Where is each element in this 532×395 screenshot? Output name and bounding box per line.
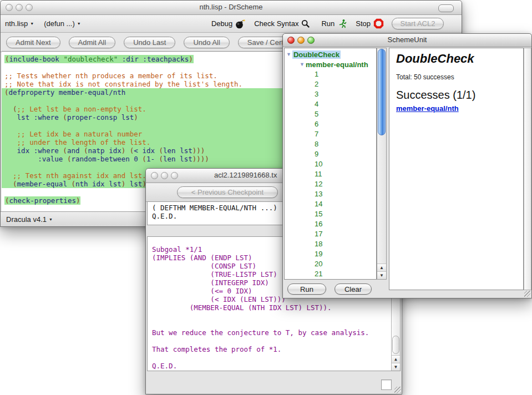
start-acl2-button[interactable]: Start ACL2 bbox=[392, 18, 444, 29]
disclosure-triangle-icon[interactable]: ▼ bbox=[286, 52, 291, 57]
scrollbar-thumb[interactable] bbox=[378, 49, 386, 135]
check-syntax-button[interactable]: Check Syntax bbox=[254, 19, 310, 28]
tree-case-item[interactable]: 4 bbox=[285, 99, 376, 109]
tree-case-item[interactable]: 8 bbox=[285, 139, 376, 149]
tree-case-item[interactable]: 9 bbox=[285, 149, 376, 159]
code-line bbox=[2, 121, 291, 130]
tree-item-member-equal-nth[interactable]: ▼ member-equal/nth bbox=[285, 59, 376, 69]
window-title: SchemeUnit bbox=[283, 36, 531, 44]
tree-case-item[interactable]: 19 bbox=[285, 249, 376, 259]
code-line: :value (random-between 0 (1- (len lst)))… bbox=[2, 155, 291, 163]
successes-heading: Successes (1/1) bbox=[396, 89, 523, 102]
desktop: { "drscheme_window": { "title": "nth.lis… bbox=[0, 0, 532, 395]
code-line: (defproperty member-equal/nth bbox=[2, 88, 291, 97]
close-button[interactable] bbox=[151, 172, 158, 179]
toolbar-actions: Debug Check Syntax bbox=[211, 18, 444, 29]
disclosure-triangle-icon[interactable]: ▼ bbox=[300, 62, 305, 67]
result-detail-panel: DoubleCheck Total: 50 successes Successe… bbox=[389, 48, 524, 290]
bomb-icon bbox=[235, 19, 245, 29]
proof-line bbox=[152, 353, 400, 362]
member-equal-nth-link[interactable]: member-equal/nth bbox=[396, 104, 459, 113]
language-dropdown[interactable]: Dracula v4.1 ▼ bbox=[6, 215, 53, 224]
magnifier-icon bbox=[301, 19, 310, 28]
run-button[interactable]: Run bbox=[321, 19, 347, 28]
tree-case-item[interactable]: 18 bbox=[285, 239, 376, 249]
proof-line bbox=[152, 337, 400, 345]
detail-heading: DoubleCheck bbox=[396, 52, 523, 66]
scrollbar-arrows: ▲ ▼ bbox=[392, 355, 400, 371]
tree-item-doublecheck[interactable]: ▼ DoubleCheck bbox=[285, 49, 376, 59]
tree-case-item[interactable]: 14 bbox=[285, 199, 376, 209]
tree-case-item[interactable]: 2 bbox=[285, 79, 376, 89]
defun-dropdown[interactable]: (defun ...) ▼ bbox=[44, 19, 81, 28]
acl2-bottom-bar bbox=[146, 370, 402, 394]
chevron-down-icon: ▼ bbox=[49, 217, 53, 221]
chevron-down-icon: ▼ bbox=[77, 22, 81, 26]
code-line bbox=[2, 97, 291, 105]
proof-line bbox=[152, 320, 400, 328]
tree-case-item[interactable]: 6 bbox=[285, 119, 376, 129]
scroll-down-arrow[interactable]: ▼ bbox=[392, 363, 400, 371]
tree-case-item[interactable]: 21 bbox=[285, 269, 376, 279]
schemeunit-buttons: Run Clear bbox=[283, 279, 388, 299]
drscheme-titlebar[interactable]: nth.lisp - DrScheme bbox=[1, 1, 462, 15]
previous-checkpoint-button[interactable]: < Previous Checkpoint bbox=[177, 186, 278, 198]
toolbar-collapse-widget[interactable] bbox=[438, 4, 454, 12]
tree-case-item[interactable]: 7 bbox=[285, 129, 376, 139]
code-line: lst :where (proper-consp lst) bbox=[2, 113, 291, 121]
file-dropdown[interactable]: nth.lisp ▼ bbox=[5, 19, 34, 28]
minimize-button[interactable] bbox=[161, 172, 168, 179]
window-title: nth.lisp - DrScheme bbox=[1, 3, 462, 11]
stop-octagon-icon bbox=[373, 18, 384, 29]
admit-toolbar-button[interactable]: Admit Next bbox=[6, 37, 60, 48]
admit-toolbar-button[interactable]: Undo Last bbox=[124, 37, 175, 48]
chevron-down-icon: ▼ bbox=[30, 22, 34, 26]
resize-grip[interactable] bbox=[524, 291, 530, 297]
resize-grip[interactable] bbox=[394, 387, 401, 393]
scroll-up-arrow[interactable]: ▲ bbox=[392, 355, 400, 363]
checkbox[interactable] bbox=[381, 379, 392, 390]
proof-line bbox=[152, 312, 400, 320]
debug-button[interactable]: Debug bbox=[211, 19, 245, 29]
proof-line: That completes the proof of *1. bbox=[152, 345, 400, 353]
code-line: ;; Let idx be a natural number bbox=[2, 130, 291, 138]
tree-case-item[interactable]: 20 bbox=[285, 259, 376, 269]
run-tests-button[interactable]: Run bbox=[287, 283, 326, 295]
tree-case-item[interactable]: 15 bbox=[285, 209, 376, 219]
schemeunit-window: SchemeUnit ▼ DoubleCheck ▼ member-equal/… bbox=[282, 33, 532, 298]
tree-case-item[interactable]: 10 bbox=[285, 159, 376, 169]
runner-icon bbox=[337, 19, 347, 28]
scrollbar-thumb[interactable] bbox=[392, 336, 399, 354]
tree-case-item[interactable]: 13 bbox=[285, 189, 376, 199]
tree-case-item[interactable]: 16 bbox=[285, 219, 376, 229]
total-successes: Total: 50 successes bbox=[396, 73, 523, 81]
proof-line: (MEMBER-EQUAL (NTH IDX LST) LST)). bbox=[152, 303, 400, 312]
tree-case-item[interactable]: 5 bbox=[285, 109, 376, 119]
tree-case-item[interactable]: 11 bbox=[285, 169, 376, 179]
tree-scrollbar[interactable]: ▲ ▼ bbox=[377, 48, 387, 280]
scrollbar-arrows: ▲ ▼ bbox=[377, 264, 386, 279]
tree-case-item[interactable]: 12 bbox=[285, 179, 376, 189]
scroll-down-arrow[interactable]: ▼ bbox=[377, 271, 386, 279]
tree-cases: 123456789101112131415161718192021 bbox=[285, 69, 376, 279]
tree-case-item[interactable]: 1 bbox=[285, 69, 376, 79]
clear-button[interactable]: Clear bbox=[335, 283, 372, 295]
drscheme-menubar: nth.lisp ▼ (defun ...) ▼ Debug bbox=[1, 15, 462, 33]
scroll-up-arrow[interactable]: ▲ bbox=[377, 264, 386, 271]
code-line: idx :where (and (natp idx) (< idx (len l… bbox=[2, 146, 291, 155]
tree-case-item[interactable]: 17 bbox=[285, 229, 376, 239]
detail-scrollbar[interactable] bbox=[524, 48, 531, 290]
zoom-button[interactable] bbox=[171, 172, 178, 179]
code-line: ;; under the length of the list. bbox=[2, 138, 291, 146]
proof-line: Q.E.D. bbox=[152, 362, 400, 370]
window-controls bbox=[151, 172, 178, 179]
admit-toolbar-button[interactable]: Undo All bbox=[184, 37, 229, 48]
code-line: (;; Let lst be a non-empty list. bbox=[2, 105, 291, 113]
stop-button[interactable]: Stop bbox=[356, 18, 384, 29]
test-tree: ▼ DoubleCheck ▼ member-equal/nth 1234567… bbox=[284, 48, 377, 280]
admit-toolbar-button[interactable]: Admit All bbox=[69, 37, 116, 48]
tree-case-item[interactable]: 3 bbox=[285, 89, 376, 99]
proof-line: But we reduce the conjecture to T, by ca… bbox=[152, 328, 400, 337]
schemeunit-titlebar[interactable]: SchemeUnit bbox=[283, 34, 531, 47]
